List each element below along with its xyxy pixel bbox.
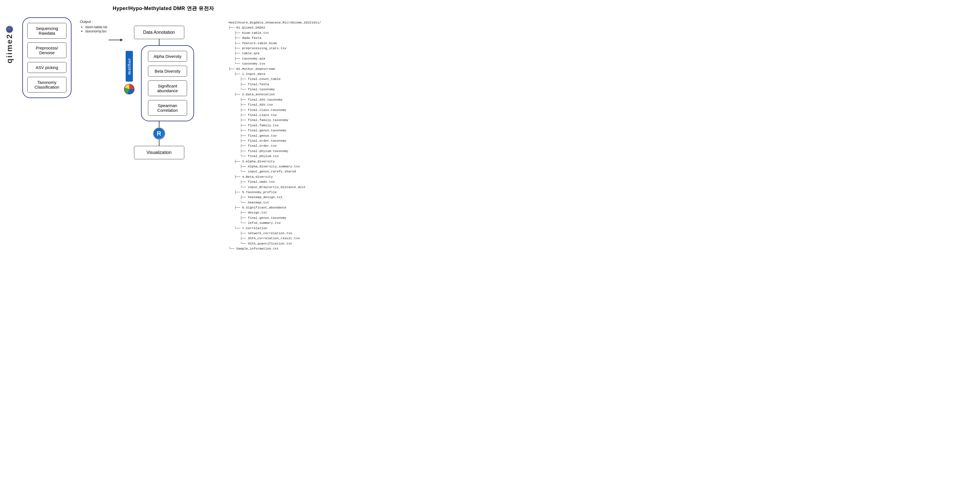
arrow-horiz-icon xyxy=(108,40,123,40)
tree-item: ├── final.genus.tsv xyxy=(229,133,321,138)
tree-item: ├── Alpha_diversity_summary.tsv xyxy=(229,164,321,169)
tree-item: └── Sample_information.txt xyxy=(229,246,321,251)
tree-item: └── lefse_summary.tsv xyxy=(229,220,321,225)
tree-item: ├── 02.Mothur_downstream xyxy=(229,67,321,72)
qiime2-text: qiime2 xyxy=(6,34,13,64)
tree-item: ├── 6.Significant_abundance xyxy=(229,205,321,210)
tree-item: ├── final.phylum.taxonomy xyxy=(229,149,321,154)
tree-item: └── input_genus_rarefy.shared xyxy=(229,169,321,174)
mothur-row: mothur Alpha Diversity Beta Diversity Si… xyxy=(124,45,194,121)
tree-item: └── 7.Correlation xyxy=(229,226,321,231)
spearman-correlation-box: SpearmanCorrelation xyxy=(148,100,187,116)
tree-item: └── final.phylum.tsv xyxy=(229,154,321,159)
tree-item: └── final.taxonomy xyxy=(229,87,321,92)
tree-item: ├── final.family.tsv xyxy=(229,123,321,128)
tree-item: ├── 5.Taxonomy_profile xyxy=(229,190,321,195)
page-title: Hyper/Hypo-Methylated DMR 연관 유전자 xyxy=(0,0,327,14)
mothur-logo-icon xyxy=(124,84,135,94)
tree-item: ├── taxonomy.qza xyxy=(229,56,321,61)
significant-abundance-box: Significantabundance xyxy=(148,80,187,96)
tree-item: ├── 2.Data_annotation xyxy=(229,92,321,97)
tree-item: ├── 01.Qiime2_DADA2 xyxy=(229,25,321,30)
step-asv: ASV picking xyxy=(27,62,67,73)
tree-item: ├── design.txt xyxy=(229,210,321,215)
output-label: Output : xyxy=(80,19,107,24)
tree-item: ├── final.class.taxonomy xyxy=(229,108,321,113)
tree-item: ├── final.fasta xyxy=(229,82,321,87)
output-file-2: taxonomy.tsv xyxy=(86,29,107,33)
file-tree-panel: Healthcare_Bigdata_showcase_Microbiome_2… xyxy=(229,20,321,251)
r-logo-icon: R xyxy=(153,128,165,140)
tree-item: ├── 1.Input_data xyxy=(229,72,321,77)
tree-item: ├── 4.Beta_diversity xyxy=(229,174,321,179)
tree-item: └── SCFA_quantification.txt xyxy=(229,241,321,246)
tree-item: ├── dada.fasta xyxy=(229,35,321,40)
data-annotation-box: Data Annotation xyxy=(134,26,184,39)
tree-item: ├── heatmap_design.txt xyxy=(229,195,321,200)
qiime2-label: qiime2 xyxy=(6,26,13,64)
tree-item: ├── final.ASV.tsv xyxy=(229,102,321,107)
qiime2-rounded-box: SequencingRawdata Preprocess/Denoise ASV… xyxy=(22,18,72,98)
tree-item: ├── biom-table.txt xyxy=(229,30,321,35)
tree-item: ├── SCFA_correlation_result.tsv xyxy=(229,236,321,241)
tree-item: ├── final.family.taxonomy xyxy=(229,118,321,123)
tree-item: ├── preprocessing_stats.tsv xyxy=(229,46,321,51)
vert-line-1 xyxy=(159,39,159,45)
visualization-box: Visualization xyxy=(134,146,184,159)
mothur-side: mothur xyxy=(124,51,135,94)
tree-item: ├── final.nmds.tsv xyxy=(229,179,321,184)
tree-item: ├── final.genus.taxonomy xyxy=(229,216,321,220)
tree-item: └── heatmap.txt xyxy=(229,200,321,205)
beta-diversity-box: Beta Diversity xyxy=(148,65,187,77)
tree-root-item: Healthcare_Bigdata_showcase_Microbiome_2… xyxy=(229,20,321,25)
tree-item: ├── table.qza xyxy=(229,51,321,56)
qiime2-section: qiime2 SequencingRawdata Preprocess/Deno… xyxy=(6,18,72,98)
output-file-1: biom-table.txt xyxy=(86,25,107,29)
arrow-left-to-annotation xyxy=(107,40,124,40)
step-taxonomy: TaxonomyClassification xyxy=(27,77,67,93)
tree-item: ├── network_correlation.tsv xyxy=(229,231,321,236)
vert-line-3 xyxy=(159,140,159,146)
tree-item: ├── final.count_table xyxy=(229,77,321,81)
center-right-section: Data Annotation mothur Alpha Diversity B… xyxy=(124,26,194,159)
step-sequencing: SequencingRawdata xyxy=(27,23,67,38)
r-row: R xyxy=(153,128,165,140)
tree-item: └── input_Braycurtis_distance.dist xyxy=(229,185,321,190)
tree-item: └── taxonomy.tsv xyxy=(229,61,321,66)
tree-item: ├── feature-table.biom xyxy=(229,41,321,46)
flow-diagram: qiime2 SequencingRawdata Preprocess/Deno… xyxy=(6,18,220,159)
tree-item: ├── final.class.tsv xyxy=(229,113,321,118)
tree-item: ├── final.genus.taxonomy xyxy=(229,128,321,133)
mothur-rounded-box: Alpha Diversity Beta Diversity Significa… xyxy=(141,45,194,121)
alpha-diversity-box: Alpha Diversity xyxy=(148,51,187,62)
tree-item: ├── final.order.tsv xyxy=(229,143,321,149)
step-preprocess: Preprocess/Denoise xyxy=(27,43,67,58)
tree-item: ├── final.ASV.taxonomy xyxy=(229,97,321,102)
tree-item: ├── 3.Alpha_diversity xyxy=(229,159,321,164)
mothur-badge: mothur xyxy=(126,51,133,81)
output-section: Output : biom-table.txt taxonomy.tsv xyxy=(80,19,107,33)
qiime2-logo-icon xyxy=(6,26,13,33)
tree-item: ├── final.order.taxonomy xyxy=(229,138,321,143)
vert-line-2 xyxy=(159,121,159,128)
file-tree: Healthcare_Bigdata_showcase_Microbiome_2… xyxy=(229,20,321,251)
